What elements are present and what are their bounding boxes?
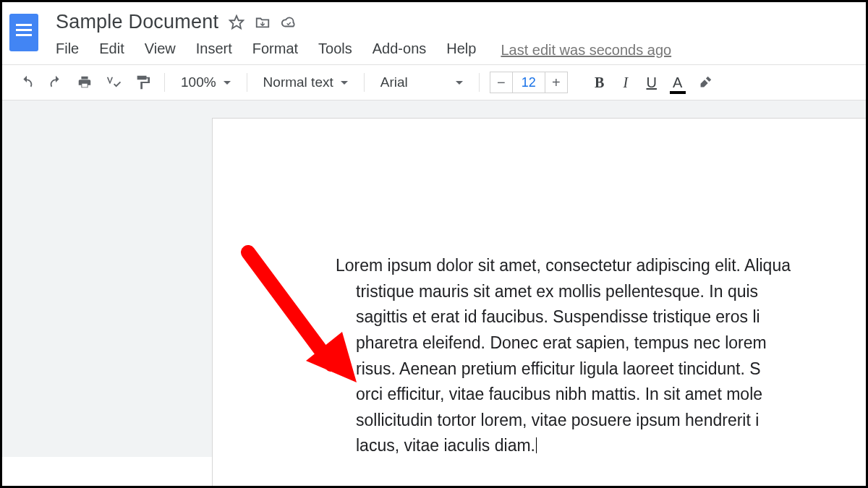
spellcheck-icon[interactable] — [102, 71, 125, 94]
menu-tools[interactable]: Tools — [308, 36, 362, 64]
zoom-dropdown[interactable]: 100% — [175, 72, 237, 93]
cloud-status-icon[interactable] — [281, 14, 297, 30]
docs-logo-icon[interactable] — [9, 14, 38, 51]
document-body-text[interactable]: Lorem ipsum dolor sit amet, consectetur … — [336, 253, 868, 459]
chevron-down-icon — [224, 81, 231, 85]
bold-button[interactable]: B — [590, 74, 610, 91]
last-edit-link[interactable]: Last edit was seconds ago — [501, 42, 671, 59]
editor-canvas[interactable]: Lorem ipsum dolor sit amet, consectetur … — [2, 100, 866, 457]
toolbar-separator — [247, 73, 247, 92]
paragraph-style-value: Normal text — [263, 74, 333, 90]
redo-icon[interactable] — [44, 71, 67, 94]
chevron-down-icon — [456, 81, 463, 85]
text-cursor — [536, 437, 537, 453]
toolbar-separator — [479, 73, 480, 92]
print-icon[interactable] — [73, 71, 96, 94]
underline-button[interactable]: U — [642, 74, 662, 91]
document-page[interactable]: Lorem ipsum dolor sit amet, consectetur … — [212, 118, 868, 488]
toolbar: 100% Normal text Arial − + B I U A — [2, 64, 866, 100]
font-size-decrease-button[interactable]: − — [490, 72, 513, 93]
highlight-color-icon[interactable] — [694, 71, 717, 94]
font-family-value: Arial — [380, 74, 408, 90]
font-size-control: − + — [490, 72, 568, 93]
title-bar: Sample Document File Edit View Insert Fo… — [2, 2, 866, 64]
paragraph-style-dropdown[interactable]: Normal text — [258, 72, 354, 93]
title-column: Sample Document File Edit View Insert Fo… — [56, 11, 671, 64]
menu-view[interactable]: View — [135, 36, 186, 64]
text-color-button[interactable]: A — [668, 74, 688, 91]
undo-icon[interactable] — [15, 71, 38, 94]
font-size-input[interactable] — [513, 72, 545, 93]
menu-bar: File Edit View Insert Format Tools Add-o… — [56, 36, 671, 64]
menu-insert[interactable]: Insert — [186, 36, 242, 64]
star-icon[interactable] — [229, 14, 244, 30]
menu-file[interactable]: File — [56, 36, 89, 64]
toolbar-separator — [164, 73, 165, 92]
menu-format[interactable]: Format — [242, 36, 308, 64]
menu-help[interactable]: Help — [436, 36, 486, 64]
title-row: Sample Document — [56, 11, 671, 33]
font-size-increase-button[interactable]: + — [545, 72, 568, 93]
menu-edit[interactable]: Edit — [89, 36, 134, 64]
zoom-value: 100% — [181, 74, 216, 90]
svg-marker-0 — [230, 15, 243, 27]
italic-button[interactable]: I — [616, 74, 636, 91]
font-family-dropdown[interactable]: Arial — [375, 72, 469, 93]
toolbar-separator — [364, 73, 365, 92]
move-folder-icon[interactable] — [255, 14, 271, 30]
document-title[interactable]: Sample Document — [56, 11, 218, 33]
paint-format-icon[interactable] — [131, 71, 154, 94]
menu-add-ons[interactable]: Add-ons — [362, 36, 437, 64]
chevron-down-icon — [341, 81, 348, 85]
